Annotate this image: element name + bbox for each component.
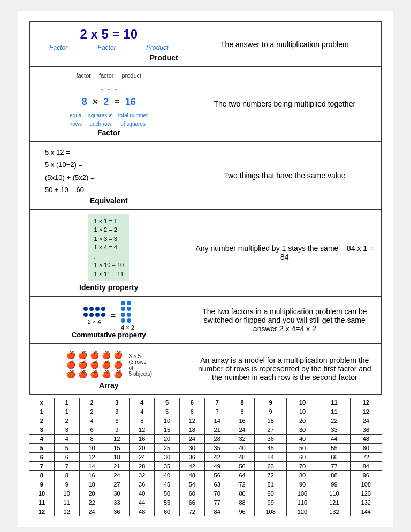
mult-col-12: 12 <box>350 398 382 407</box>
identity-line-3: 1 × 3 = 3 <box>94 234 124 244</box>
mult-cell: 60 <box>286 453 318 462</box>
mult-cell: 132 <box>350 498 382 507</box>
mult-cell: 12 <box>54 507 79 516</box>
equiv-line-2: 5 x (10+2) = <box>45 158 184 171</box>
apple: 🍎 <box>78 370 88 378</box>
mult-data-row: 11112233445566778899110121132 <box>29 498 382 507</box>
multiply-sign: × <box>93 94 98 110</box>
table-row: 🍎 🍎 🍎 🍎 🍎 🍎 🍎 🍎 🍎 🍎 🍎 <box>29 344 382 395</box>
mult-row-header: 6 <box>29 453 55 462</box>
array-rows-label: (3 rows <box>129 359 152 365</box>
equivalent-definition: Two things that have the same value <box>224 171 345 180</box>
mult-cell: 64 <box>230 471 255 480</box>
mult-x-header: x <box>29 398 55 407</box>
mult-col-6: 6 <box>179 398 204 407</box>
mult-cell: 49 <box>204 462 230 471</box>
mult-cell: 20 <box>286 416 318 425</box>
mult-col-4: 4 <box>130 398 155 407</box>
mult-cell: 90 <box>286 480 318 489</box>
product-term: Product <box>34 54 184 62</box>
mult-cell: 16 <box>230 416 255 425</box>
mult-cell: 20 <box>79 489 104 498</box>
mult-cell: 56 <box>204 471 230 480</box>
dot <box>101 307 105 311</box>
mult-cell: 3 <box>104 407 130 416</box>
mult-cell: 36 <box>179 453 204 462</box>
mult-cell: 2 <box>79 407 104 416</box>
identity-dots: . <box>94 252 124 261</box>
mult-cell: 54 <box>255 453 286 462</box>
mult-cell: 9 <box>104 425 130 435</box>
mult-cell: 35 <box>155 462 180 471</box>
apple: 🍎 <box>113 351 124 359</box>
mult-col-7: 7 <box>204 398 230 407</box>
mult-cell: 55 <box>155 498 180 507</box>
mult-cell: 40 <box>155 471 180 480</box>
dots-2x4: 2 × 4 <box>83 307 105 325</box>
mult-data-row: 9918273645546372819099108 <box>29 480 382 489</box>
commutative-diagram-cell: 2 × 4 = <box>29 297 188 344</box>
equals-sign: = <box>114 94 120 110</box>
mult-cell: 8 <box>130 416 155 425</box>
mult-cell: 12 <box>130 425 155 435</box>
mult-data-row: 881624324048566472808896 <box>29 471 382 480</box>
mult-cell: 36 <box>130 480 155 489</box>
dot <box>127 307 131 311</box>
factor-definition: The two numbers being multiplied togethe… <box>214 100 356 108</box>
product-definition: The answer to a multiplication problem <box>220 40 349 49</box>
mult-row-header: 8 <box>29 471 55 480</box>
mult-cell: 14 <box>204 416 230 425</box>
product-definition-cell: The answer to a multiplication problem <box>188 22 382 67</box>
dots-group-4x2 <box>121 301 134 323</box>
mult-cell: 18 <box>179 425 204 435</box>
mult-cell: 18 <box>255 416 286 425</box>
mult-col-9: 9 <box>255 398 286 407</box>
equals-sign-comm: = <box>111 311 116 321</box>
mult-cell: 81 <box>255 480 286 489</box>
mult-cell: 5 <box>54 444 79 453</box>
mult-cell: 15 <box>104 444 130 453</box>
mult-cell: 14 <box>79 462 104 471</box>
array-of-label: of <box>129 365 152 371</box>
dot <box>121 318 125 323</box>
mult-cell: 108 <box>350 480 382 489</box>
mult-cell: 90 <box>255 489 286 498</box>
mult-cell: 12 <box>350 407 382 416</box>
mult-cell: 55 <box>318 444 350 453</box>
apple: 🍎 <box>66 360 77 369</box>
mult-cell: 60 <box>350 444 382 453</box>
mult-cell: 1 <box>54 407 79 416</box>
mult-cell: 32 <box>130 471 155 480</box>
identity-line-5: 1 × 10 = 10 <box>94 261 124 270</box>
commutative-diagram: 2 × 4 = <box>34 301 184 331</box>
mult-cell: 27 <box>104 480 130 489</box>
factor-arrow-down-2: ↓ <box>106 81 111 95</box>
mult-cell: 63 <box>255 462 286 471</box>
factor-label-1: Factor <box>49 44 67 51</box>
array-diagram: 🍎 🍎 🍎 🍎 🍎 🍎 🍎 🍎 🍎 🍎 🍎 <box>34 348 184 381</box>
identity-definition-cell: Any number multiplied by 1 stays the sam… <box>188 209 382 297</box>
mult-row-header: 9 <box>29 480 55 489</box>
apples-grid: 🍎 🍎 🍎 🍎 🍎 🍎 🍎 🍎 🍎 🍎 🍎 <box>66 351 124 378</box>
mult-cell: 6 <box>104 416 130 425</box>
mult-cell: 36 <box>255 435 286 444</box>
dot <box>101 313 105 317</box>
factor-val-2: 2 <box>103 94 109 110</box>
product-diagram-cell: 2 x 5 = 10 Factor Factor Product Product <box>29 22 188 67</box>
mult-cell: 5 <box>155 407 180 416</box>
mult-cell: 84 <box>204 507 230 516</box>
mult-cell: 7 <box>54 462 79 471</box>
mult-cell: 4 <box>79 416 104 425</box>
factor-arrow-down-1: ↓ <box>100 81 104 95</box>
factor-col-label: factor <box>76 71 91 81</box>
apple: 🍎 <box>89 351 100 359</box>
mult-cell: 144 <box>350 507 382 516</box>
mult-cell: 32 <box>230 435 255 444</box>
mult-cell: 40 <box>130 489 155 498</box>
mult-cell: 88 <box>230 498 255 507</box>
mult-cell: 11 <box>318 407 350 416</box>
mult-cell: 63 <box>204 480 230 489</box>
mult-row-header: 11 <box>29 498 55 507</box>
apple: 🍎 <box>101 370 112 378</box>
dot <box>127 318 131 323</box>
